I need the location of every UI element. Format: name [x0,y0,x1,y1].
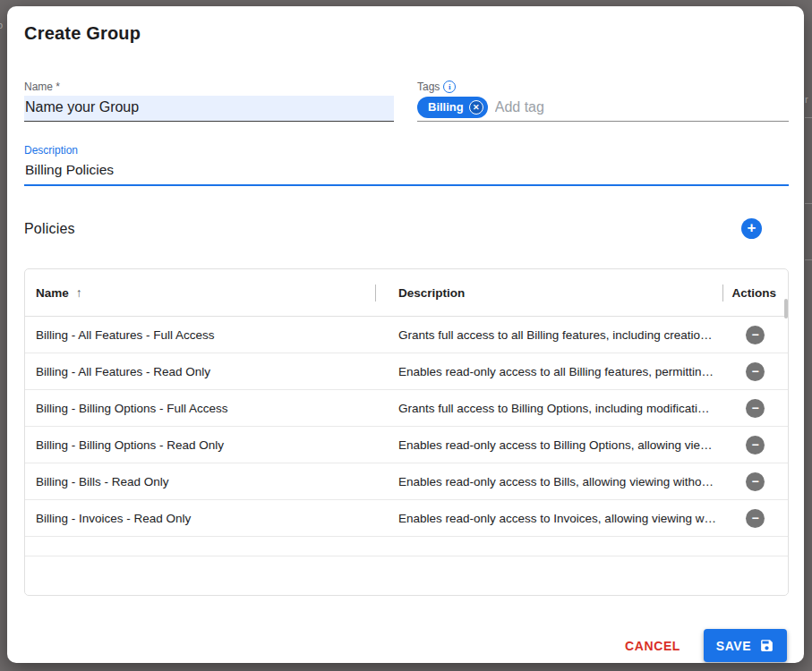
remove-policy-button[interactable]: − [746,472,765,491]
remove-policy-button[interactable]: − [746,362,765,381]
tags-input-box: Billing ✕ [417,96,789,122]
name-input[interactable] [24,96,394,122]
create-group-dialog: Create Group Name * Tags i Billing ✕ Des… [7,6,804,663]
table-scrollbar-thumb[interactable] [784,299,788,319]
policies-section-header: Policies + [24,218,789,239]
policies-table: Name ↑ Description Actions Billing - All… [24,268,789,596]
column-header-actions: Actions [722,269,788,316]
background-text-fragment: r [805,94,808,105]
background-row-line [805,203,812,204]
column-header-name[interactable]: Name ↑ [25,269,375,316]
tags-field-label: Tags i [417,80,789,93]
policies-table-header: Name ↑ Description Actions [25,269,788,317]
remove-policy-button[interactable]: − [746,436,765,454]
tag-chip-billing: Billing ✕ [417,97,488,118]
cancel-button[interactable]: CANCEL [614,632,691,660]
policy-name: Billing - Bills - Read Only [25,475,375,488]
name-field-label: Name * [24,80,394,93]
policy-description: Enables read-only access to Billing Opti… [375,438,722,452]
save-button-label: SAVE [716,639,752,653]
description-field-label: Description [24,144,789,157]
description-field: Description [24,144,789,186]
add-tag-input[interactable] [495,99,789,115]
remove-policy-button[interactable]: − [746,399,765,418]
description-input[interactable] [24,162,789,186]
table-row: Billing - Bills - Read Only Enables read… [25,463,788,500]
add-policy-button[interactable]: + [741,218,762,239]
table-row: Billing - Billing Options - Full Access … [25,390,788,427]
policy-description: Enables read-only access to all Billing … [375,365,722,378]
save-icon [759,638,774,653]
remove-policy-button[interactable]: − [746,509,765,528]
table-row: Billing - Invoices - Read Only Enables r… [25,500,788,537]
info-icon[interactable]: i [443,81,456,93]
save-button[interactable]: SAVE [704,629,787,662]
column-header-description[interactable]: Description [375,269,722,316]
tags-field: Tags i Billing ✕ [417,80,789,122]
policy-name: Billing - All Features - Full Access [25,328,375,342]
policies-heading: Policies [24,221,75,237]
dialog-title: Create Group [24,23,789,44]
policy-name: Billing - Billing Options - Full Access [25,402,375,415]
background-text-fragment: o [0,20,3,30]
remove-policy-button[interactable]: − [746,326,765,344]
remove-tag-icon[interactable]: ✕ [469,100,483,115]
policy-description: Grants full access to all Billing featur… [375,328,722,342]
empty-table-row [25,537,788,556]
tag-chip-label: Billing [428,100,464,114]
policy-name: Billing - All Features - Read Only [25,365,375,378]
table-row: Billing - Billing Options - Read Only En… [25,427,788,463]
table-row: Billing - All Features - Full Access Gra… [25,317,788,353]
dialog-footer: CANCEL SAVE [24,629,789,662]
sort-ascending-icon: ↑ [76,285,82,300]
policy-description: Enables read-only access to Bills, allow… [375,475,722,488]
background-row-line [805,259,812,260]
policy-name: Billing - Invoices - Read Only [25,512,375,525]
background-row-line [805,117,812,118]
policy-name: Billing - Billing Options - Read Only [25,438,375,452]
tags-label-text: Tags [417,81,440,93]
policy-description: Enables read-only access to Invoices, al… [375,512,722,525]
table-row: Billing - All Features - Read Only Enabl… [25,353,788,390]
name-field: Name * [24,80,394,122]
policy-description: Grants full access to Billing Options, i… [375,402,722,415]
name-tags-row: Name * Tags i Billing ✕ [24,80,789,122]
